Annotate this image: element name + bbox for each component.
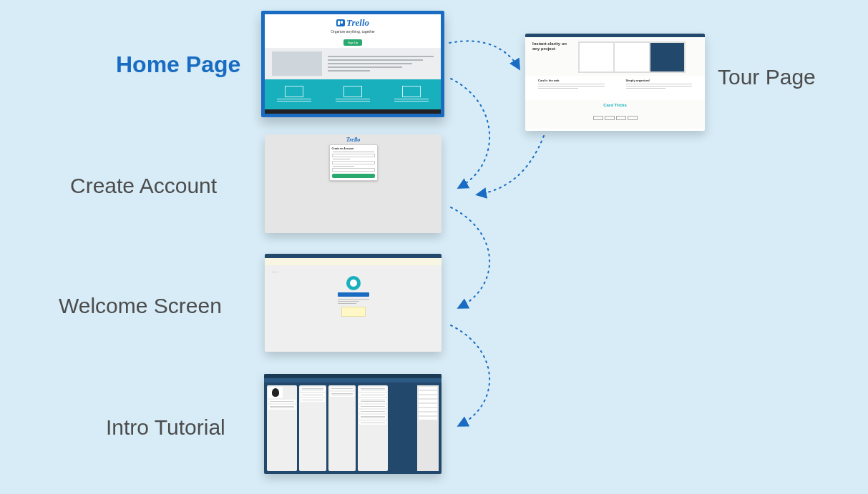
create-submit-button	[332, 174, 375, 178]
trello-logo-small: Trello	[265, 137, 442, 143]
welcome-screen-thumbnail[interactable]: — —	[265, 254, 442, 352]
home-tagline: Organize anything, together	[265, 29, 441, 34]
label-tour-page: Tour Page	[718, 65, 816, 89]
label-create-account: Create Account	[70, 174, 217, 198]
tour-page-thumbnail[interactable]: Instant clarity on any project Card is t…	[525, 34, 705, 131]
penguin-icon	[268, 387, 283, 398]
welcome-sticky-note	[341, 307, 366, 317]
home-features-row	[265, 79, 441, 109]
intro-board-lists	[264, 382, 442, 474]
home-hero-section	[265, 48, 441, 79]
avatar-icon	[346, 276, 361, 290]
label-home-page: Home Page	[116, 51, 240, 78]
arrow-welcome-to-intro	[451, 325, 489, 425]
tour-features: Card is the web Simply organized	[525, 76, 705, 100]
arrow-home-to-create	[451, 79, 489, 187]
create-header: Trello	[265, 134, 442, 143]
home-page-thumbnail[interactable]: Trello Organize anything, together Sign …	[261, 11, 444, 117]
intro-sidebar	[417, 385, 439, 471]
home-footer	[265, 109, 441, 117]
label-intro-tutorial: Intro Tutorial	[106, 415, 225, 440]
welcome-breadcrumb: — —	[272, 270, 434, 273]
create-account-thumbnail[interactable]: Trello Create an Account	[265, 134, 442, 233]
label-welcome-screen: Welcome Screen	[59, 294, 222, 318]
welcome-profile	[338, 276, 369, 317]
arrow-create-to-welcome	[451, 207, 489, 307]
tour-card-tricks: Card Tricks	[525, 100, 705, 129]
arrow-tour-to-create	[478, 136, 544, 194]
create-account-form: Create an Account	[329, 144, 378, 181]
welcome-banner	[265, 258, 442, 265]
tour-hero: Instant clarity on any project	[525, 37, 705, 76]
arrow-home-to-tour	[449, 41, 519, 68]
trello-logo: Trello	[265, 17, 441, 29]
tour-board-preview	[578, 41, 686, 73]
intro-tutorial-thumbnail[interactable]	[264, 374, 442, 474]
home-signup-button: Sign Up	[343, 39, 362, 46]
tour-hero-title: Instant clarity on any project	[532, 41, 572, 51]
home-header: Trello Organize anything, together Sign …	[265, 14, 441, 48]
